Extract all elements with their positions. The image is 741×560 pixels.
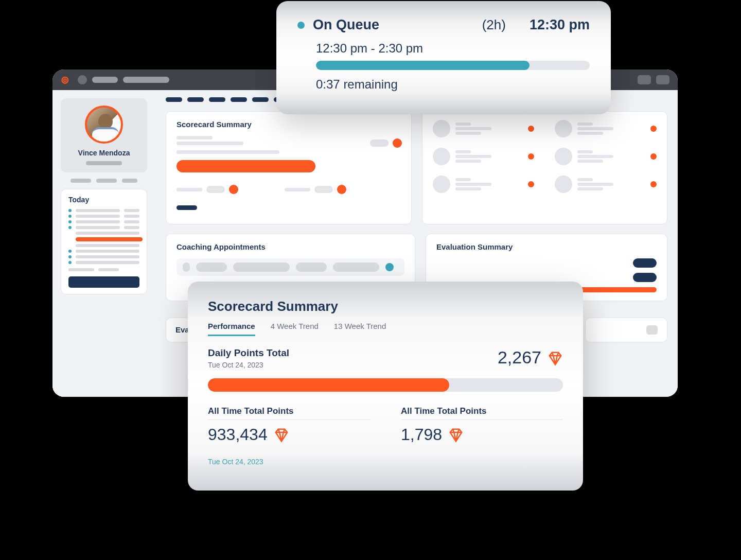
coaching-row[interactable] — [177, 258, 404, 276]
queue-status-card: On Queue (2h) 12:30 pm 12:30 pm - 2:30 p… — [278, 3, 609, 113]
panel-title: Scorecard Summary — [177, 120, 401, 129]
panel-title: Coaching Appointments — [177, 242, 404, 251]
eval-pill[interactable] — [633, 258, 657, 268]
alltime-points-value-1: 933,434 — [208, 425, 268, 444]
avatar — [433, 176, 450, 193]
list-item — [433, 120, 535, 137]
daily-points-progress-bar — [208, 378, 563, 392]
tab-performance[interactable]: Performance — [208, 322, 255, 336]
today-heading: Today — [68, 196, 139, 204]
avatar — [433, 120, 450, 137]
avatar — [555, 176, 572, 193]
today-action-button[interactable] — [68, 276, 139, 288]
daily-points-value: 2,267 — [498, 347, 541, 367]
score-progress-bar — [177, 160, 315, 172]
list-item — [555, 120, 657, 137]
list-item — [433, 176, 535, 193]
status-dot-icon — [650, 153, 657, 160]
avatar — [555, 148, 572, 165]
user-subtitle-placeholder — [86, 161, 122, 165]
scorecard-summary-panel: Scorecard Summary — [166, 111, 412, 224]
queue-time-range: 12:30 pm - 2:30 pm — [316, 41, 590, 56]
titlebar-dot — [78, 75, 87, 84]
status-dot-icon — [528, 153, 534, 160]
scorecard-summary-card: Scorecard Summary Performance 4 Week Tre… — [189, 283, 581, 489]
status-dot-icon — [528, 126, 534, 132]
avatar — [433, 148, 450, 165]
status-dot-icon — [650, 181, 657, 187]
sidebar-chips — [61, 179, 147, 183]
status-dot-icon — [229, 185, 238, 194]
titlebar-button[interactable] — [656, 75, 669, 84]
panel-title: Evaluation Summary — [436, 242, 657, 251]
avatar — [555, 120, 572, 137]
daily-points-heading: Daily Points Total — [208, 347, 289, 359]
list-item — [433, 148, 535, 165]
today-panel: Today — [61, 189, 147, 294]
list-item — [555, 176, 657, 193]
status-dot-icon — [528, 181, 534, 187]
avatar — [85, 106, 123, 144]
status-dot-icon — [650, 126, 657, 132]
alltime-points-heading-2: All Time Total Points — [401, 406, 563, 420]
queue-progress-bar — [316, 61, 590, 70]
alltime-points-value-2: 1,798 — [401, 425, 442, 444]
teal-dot-icon — [385, 263, 394, 271]
status-dot-icon — [337, 185, 346, 194]
today-highlight-bar — [76, 237, 143, 241]
tab-4week-trend[interactable]: 4 Week Trend — [271, 322, 319, 336]
user-name: Vince Mendoza — [61, 149, 147, 157]
status-dot-icon — [393, 138, 402, 148]
titlebar-placeholder — [92, 77, 118, 83]
gem-icon — [274, 427, 289, 443]
scorecard-footer-date: Tue Oct 24, 2023 — [208, 458, 563, 466]
titlebar-placeholder — [123, 77, 169, 83]
queue-current-time: 12:30 pm — [530, 17, 590, 33]
gem-icon — [548, 350, 563, 365]
tab-13week-trend[interactable]: 13 Week Trend — [334, 322, 386, 336]
queue-remaining: 0:37 remaining — [316, 77, 590, 92]
gem-icon — [448, 427, 464, 443]
scorecard-tabs: Performance 4 Week Trend 13 Week Trend — [208, 322, 563, 336]
team-panel — [422, 111, 668, 224]
eval-pill[interactable] — [633, 273, 657, 282]
app-logo-icon: ⊚ — [61, 74, 69, 86]
list-item — [555, 148, 657, 165]
alltime-points-heading-1: All Time Total Points — [208, 406, 370, 420]
queue-status-label: On Queue — [313, 17, 379, 33]
titlebar-button[interactable] — [638, 75, 651, 84]
sidebar: Vince Mendoza Today — [52, 90, 155, 397]
scorecard-title: Scorecard Summary — [208, 299, 563, 314]
queue-duration: (2h) — [482, 17, 506, 33]
profile-card: Vince Mendoza — [61, 98, 147, 172]
daily-points-date: Tue Oct 24, 2023 — [208, 361, 289, 369]
queue-status-dot-icon — [297, 22, 305, 29]
